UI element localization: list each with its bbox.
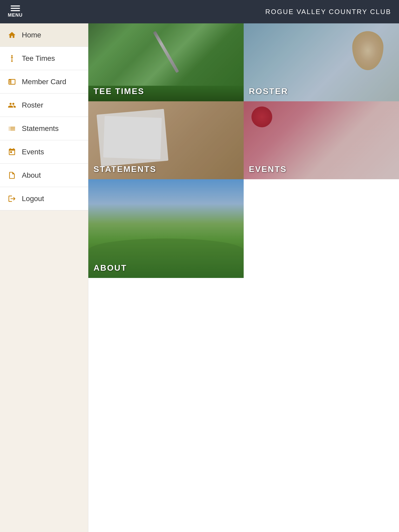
sidebar-label-events: Events [22,148,44,156]
menu-icon [11,5,20,11]
content-area: TEE TIMES ROSTER STATEMENTS EVENTS [88,23,399,532]
sidebar-item-roster[interactable]: Roster [0,94,88,117]
roster-icon [7,101,17,110]
tile-statements[interactable]: STATEMENTS [88,101,244,179]
app-header: MENU ROGUE VALLEY COUNTRY CLUB [0,0,399,23]
sidebar-item-about[interactable]: About [0,164,88,187]
events-icon [7,147,17,157]
sidebar-item-logout[interactable]: Logout [0,187,88,210]
statements-icon [7,124,17,133]
roster-label: ROSTER [249,87,288,96]
tee-times-label: TEE TIMES [94,87,144,96]
sidebar-item-member-card[interactable]: Member Card [0,70,88,94]
tile-roster[interactable]: ROSTER [244,23,399,101]
menu-label: MENU [8,12,23,18]
sidebar-label-roster: Roster [22,101,43,109]
tile-tee-times[interactable]: TEE TIMES [88,23,244,101]
sidebar-item-statements[interactable]: Statements [0,117,88,140]
club-name: ROGUE VALLEY COUNTRY CLUB [265,8,391,16]
sidebar-item-events[interactable]: Events [0,140,88,164]
sidebar-label-member-card: Member Card [22,78,66,86]
main-container: Home Tee Times Member Card [0,23,399,532]
tiles-grid: TEE TIMES ROSTER STATEMENTS EVENTS [88,23,399,278]
sidebar-label-statements: Statements [22,124,59,133]
sidebar-label-tee-times: Tee Times [22,54,55,63]
sidebar-label-home: Home [22,31,41,39]
tile-events[interactable]: EVENTS [244,101,399,179]
logout-icon [7,194,17,203]
member-card-icon [7,77,17,87]
sidebar-label-logout: Logout [22,195,44,203]
events-label: EVENTS [249,164,287,174]
tee-icon [7,54,17,63]
home-icon [7,30,17,40]
about-icon [7,171,17,180]
sidebar-item-tee-times[interactable]: Tee Times [0,47,88,70]
menu-button[interactable]: MENU [8,5,23,18]
sidebar-item-home[interactable]: Home [0,23,88,47]
statements-label: STATEMENTS [94,164,156,174]
sidebar-label-about: About [22,171,41,179]
sidebar: Home Tee Times Member Card [0,23,88,532]
tile-about[interactable]: ABOUT [88,179,244,278]
about-label: ABOUT [94,263,127,273]
